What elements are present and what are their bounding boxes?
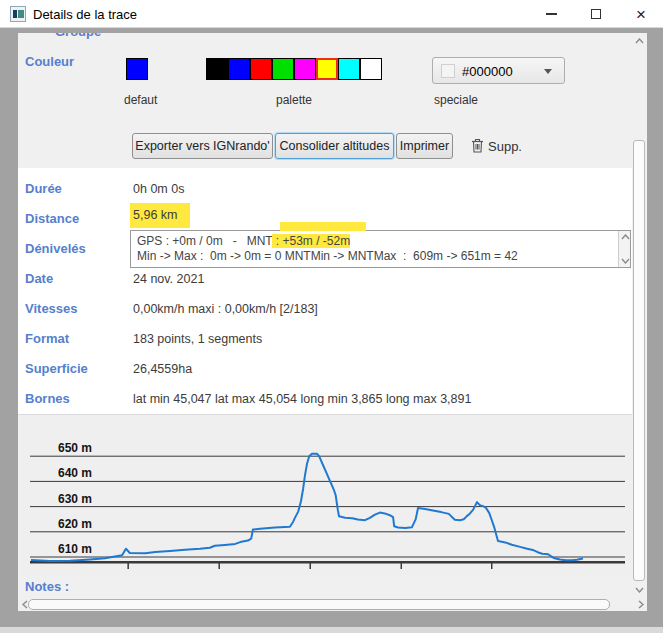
scroll-right-button[interactable] (634, 598, 647, 611)
palette-caption: palette (206, 93, 382, 107)
app-icon (10, 6, 26, 22)
close-button[interactable]: × (625, 0, 657, 28)
horizontal-scrollbar-thumb[interactable] (28, 599, 610, 610)
bornes-label: Bornes (25, 391, 70, 406)
format-value: 183 points, 1 segments (133, 332, 262, 346)
maximize-icon (591, 9, 601, 19)
deniveles-scrollbar[interactable] (618, 231, 630, 267)
palette-swatch[interactable] (206, 58, 228, 80)
y-axis-tick-label: 650 m (58, 441, 92, 455)
trash-icon[interactable] (471, 138, 484, 157)
palette-swatch[interactable] (316, 58, 338, 80)
palette-swatch[interactable] (228, 58, 250, 80)
minimize-icon (546, 13, 557, 15)
scroll-down-icon (621, 258, 630, 264)
vitesses-label: Vitesses (25, 301, 78, 316)
speciale-color-dropdown[interactable]: #000000 (432, 57, 565, 84)
speciale-value: #000000 (462, 64, 513, 79)
duree-label: Durée (25, 181, 62, 196)
duree-value: 0h 0m 0s (133, 182, 184, 196)
vertical-scrollbar[interactable] (632, 33, 647, 598)
print-button[interactable]: Imprimer (396, 133, 453, 159)
date-value: 24 nov. 2021 (133, 272, 204, 286)
palette-swatch[interactable] (272, 58, 294, 80)
maximize-button[interactable] (580, 0, 612, 28)
close-icon: × (636, 6, 646, 23)
deniveles-line1: GPS : +0m / 0m - MNT : +53m / -52m (137, 234, 350, 248)
scroll-down-button[interactable] (632, 582, 647, 598)
palette-row (206, 58, 382, 80)
vertical-scrollbar-thumb[interactable] (633, 140, 645, 581)
elevation-profile-chart: 650 m640 m630 m620 m610 m (18, 414, 632, 576)
details-section: Durée 0h 0m 0s Distance 5,96 km Dénivelé… (18, 168, 632, 414)
scroll-up-button[interactable] (632, 33, 647, 49)
deniveles-highlight-strip (280, 222, 366, 231)
scroll-left-icon (22, 600, 28, 609)
dialog-window: Details de la trace × Groupe Couleur def… (0, 0, 663, 633)
horizontal-scrollbar[interactable] (18, 598, 647, 611)
deniveles-mnt-highlight: : +53m / -52m (272, 234, 350, 248)
scroll-up-icon (635, 38, 644, 44)
delete-label[interactable]: Supp. (488, 139, 522, 154)
palette-swatch[interactable] (250, 58, 272, 80)
scroll-down-icon (635, 587, 644, 593)
color-section: Groupe Couleur defaut palette #000000 sp… (18, 33, 632, 168)
distance-value: 5,96 km (133, 208, 177, 222)
y-axis-tick-label: 610 m (58, 542, 92, 556)
palette-swatch[interactable] (338, 58, 360, 80)
notes-section: Notes : (18, 576, 632, 598)
window-bottom-edge (0, 627, 663, 633)
speciale-caption: speciale (434, 93, 478, 107)
deniveles-line2: Min -> Max : 0m -> 0m = 0 MNTMin -> MNTM… (137, 249, 518, 263)
y-axis-tick-label: 620 m (58, 517, 92, 531)
minimize-button[interactable] (535, 0, 567, 28)
elevation-line (31, 454, 583, 561)
groupe-label-clipped: Groupe (55, 33, 125, 42)
scroll-up-icon (621, 234, 630, 240)
palette-swatch[interactable] (294, 58, 316, 80)
deniveles-box: GPS : +0m / 0m - MNT : +53m / -52m Min -… (130, 230, 631, 268)
date-label: Date (25, 271, 53, 286)
distance-label: Distance (25, 211, 79, 226)
deniveles-label: Dénivelés (25, 241, 86, 256)
bornes-value: lat min 45,047 lat max 45,054 long min 3… (133, 392, 471, 406)
chevron-down-icon (544, 69, 552, 74)
palette-swatch[interactable] (360, 58, 382, 80)
couleur-label: Couleur (25, 54, 74, 69)
export-ignrando-button[interactable]: Exporter vers IGNrando' (132, 133, 273, 159)
speciale-swatch-icon (441, 64, 455, 78)
vitesses-value: 0,00km/h maxi : 0,00km/h [2/183] (133, 302, 318, 316)
y-axis-tick-label: 640 m (58, 466, 92, 480)
defaut-caption: defaut (124, 93, 157, 107)
default-color-swatch[interactable] (126, 58, 148, 80)
title-bar: Details de la trace × (0, 0, 663, 28)
consolidate-altitudes-button[interactable]: Consolider altitudes (275, 133, 394, 159)
superficie-label: Superficie (25, 361, 88, 376)
notes-label: Notes : (25, 579, 69, 594)
superficie-value: 26,4559ha (133, 362, 192, 376)
y-axis-tick-label: 630 m (58, 492, 92, 506)
scroll-right-icon (638, 600, 644, 609)
format-label: Format (25, 331, 69, 346)
window-title: Details de la trace (33, 7, 137, 22)
dialog-content: Groupe Couleur defaut palette #000000 sp… (18, 33, 632, 598)
